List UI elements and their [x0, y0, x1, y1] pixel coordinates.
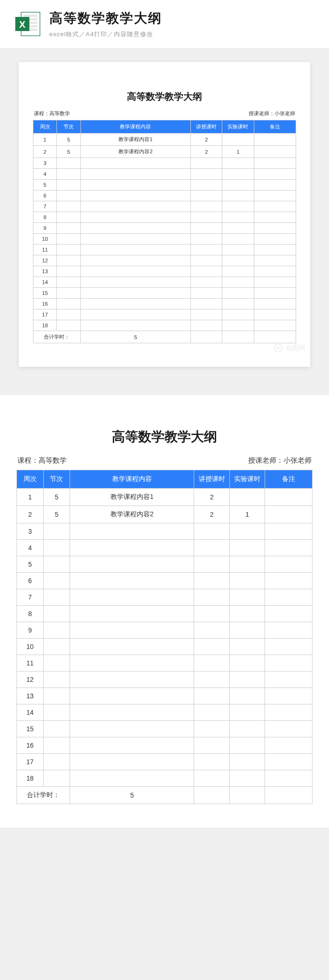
cell-lab [222, 190, 254, 201]
cell-week: 6 [33, 190, 57, 201]
table-row: 3 [17, 523, 313, 540]
table-row: 25教学课程内容221 [33, 146, 296, 158]
document-title: 高等数学教学大纲 [33, 90, 296, 103]
cell-lecture [194, 770, 229, 787]
footer-empty [254, 331, 296, 343]
cell-content [70, 770, 194, 787]
cell-session [57, 288, 80, 299]
cell-session [57, 234, 80, 245]
cell-week: 8 [33, 212, 57, 223]
cell-week: 14 [33, 277, 57, 288]
cell-session: 5 [57, 146, 80, 158]
cell-note [254, 299, 296, 309]
cell-note [254, 266, 296, 277]
cell-week: 11 [33, 245, 57, 255]
cell-note [265, 639, 313, 655]
table-footer-row: 合计学时： 5 [17, 787, 313, 804]
cell-lab [229, 489, 265, 506]
cell-content [80, 190, 191, 201]
cell-session [43, 523, 70, 540]
banner-text: 高等数学教学大纲 excel格式／A4打印／内容随意修改 [49, 9, 315, 39]
cell-lecture [194, 523, 229, 540]
cell-note [265, 556, 313, 573]
info-row: 课程：高等数学 授课老师：小张老师 [33, 110, 296, 117]
cell-week: 10 [17, 639, 44, 655]
cell-lecture [191, 299, 222, 309]
cell-note [254, 212, 296, 223]
cell-lecture [194, 737, 229, 754]
cell-content [70, 737, 194, 754]
cell-lab [222, 201, 254, 212]
cell-content [80, 320, 191, 331]
banner-header: X 高等数学教学大纲 excel格式／A4打印／内容随意修改 [0, 0, 329, 48]
cell-lecture [194, 754, 229, 770]
cell-content [70, 704, 194, 721]
cell-content [80, 223, 191, 234]
svg-point-8 [274, 344, 282, 352]
cell-lab [222, 223, 254, 234]
cell-lab [222, 234, 254, 245]
cell-lab [229, 672, 265, 688]
header-week: 周次 [33, 120, 57, 134]
cell-week: 12 [33, 255, 57, 266]
cell-session [43, 721, 70, 737]
cell-lecture [194, 606, 229, 622]
cell-content [80, 245, 191, 255]
cell-lab [222, 255, 254, 266]
cell-lab [229, 688, 265, 704]
cell-lab [222, 266, 254, 277]
cell-lecture [191, 169, 222, 180]
cell-note [265, 704, 313, 721]
syllabus-table-small: 周次 节次 教学课程内容 讲授课时 实验课时 备注 15教学课程内容1225教学… [33, 120, 296, 343]
cell-week: 9 [17, 622, 44, 639]
cell-week: 9 [33, 223, 57, 234]
preview-card: 高等数学教学大纲 课程：高等数学 授课老师：小张老师 周次 节次 教学课程内容 … [19, 62, 310, 367]
cell-lecture [194, 672, 229, 688]
table-row: 11 [17, 655, 313, 672]
cell-week: 12 [17, 672, 44, 688]
banner-title: 高等数学教学大纲 [49, 9, 315, 27]
cell-week: 16 [17, 737, 44, 754]
footer-label: 合计学时： [17, 787, 70, 804]
excel-icon: X [14, 10, 42, 38]
cell-lab [222, 245, 254, 255]
cell-lecture [194, 688, 229, 704]
cell-session [43, 589, 70, 606]
cell-note [265, 506, 313, 523]
cell-lecture [194, 540, 229, 556]
cell-note [254, 158, 296, 169]
cell-note [254, 190, 296, 201]
table-header-row: 周次 节次 教学课程内容 讲授课时 实验课时 备注 [33, 120, 296, 134]
cell-note [254, 146, 296, 158]
cell-note [265, 589, 313, 606]
cell-session [57, 201, 80, 212]
cell-lecture [194, 721, 229, 737]
cell-lecture [191, 245, 222, 255]
cell-session [57, 180, 80, 190]
cell-week: 3 [33, 158, 57, 169]
table-row: 15教学课程内容12 [33, 134, 296, 146]
table-row: 7 [17, 589, 313, 606]
svg-rect-1 [24, 15, 38, 17]
cell-note [254, 255, 296, 266]
cell-lab [229, 573, 265, 589]
table-row: 9 [17, 622, 313, 639]
cell-lecture [191, 158, 222, 169]
cell-week: 5 [17, 556, 44, 573]
cell-lab [222, 309, 254, 320]
info-row-large: 课程：高等数学 授课老师：小张老师 [16, 456, 313, 465]
cell-note [265, 540, 313, 556]
table-row: 5 [33, 180, 296, 190]
cell-note [265, 622, 313, 639]
footer-empty [191, 331, 222, 343]
table-row: 18 [17, 770, 313, 787]
cell-note [265, 737, 313, 754]
footer-total: 5 [70, 787, 194, 804]
table-row: 12 [33, 255, 296, 266]
cell-session [43, 704, 70, 721]
cell-lab [222, 212, 254, 223]
table-row: 14 [17, 704, 313, 721]
cell-content [80, 169, 191, 180]
cell-session [57, 277, 80, 288]
cell-content [70, 589, 194, 606]
